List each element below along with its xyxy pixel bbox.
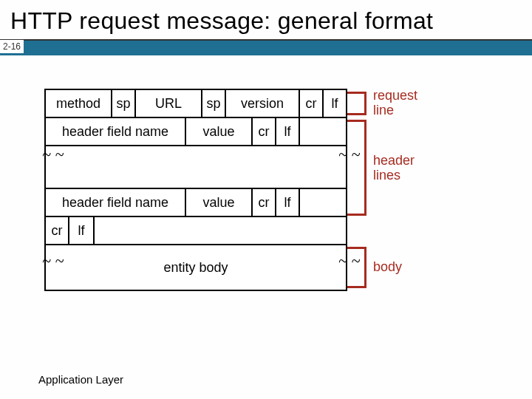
cell-url: URL [134, 89, 202, 118]
cell-blank-lf: lf [68, 216, 95, 245]
cell-sp2: sp [201, 89, 226, 118]
approx-right-icon: ~ ~ [338, 149, 360, 159]
cell-sp1: sp [111, 89, 136, 118]
cell-header1-value: value [185, 117, 253, 146]
page-title: HTTP request message: general format [0, 0, 532, 41]
cell-blank-cr: cr [44, 216, 69, 245]
approx-body-left-icon: ~ ~ [42, 256, 64, 265]
page-number-bar: 2-16 [0, 41, 532, 55]
cell-header1-pad [299, 117, 347, 146]
cell-header2-pad [299, 188, 347, 217]
gap-box [44, 145, 347, 189]
cell-version: version [225, 89, 300, 118]
approx-body-right-icon: ~ ~ [338, 256, 360, 265]
cell-cr: cr [299, 89, 324, 118]
cell-header1-name: header field name [44, 117, 186, 146]
cell-header2-cr: cr [251, 188, 276, 217]
cell-method: method [44, 89, 112, 118]
cell-entity-body: entity body [44, 244, 347, 291]
annot-body: body [373, 260, 402, 275]
cell-header1-cr: cr [251, 117, 276, 146]
http-format-diagram: method sp URL sp version cr lf header fi… [44, 89, 488, 332]
cell-lf: lf [322, 89, 347, 118]
page-number: 2-16 [0, 40, 24, 53]
cell-blank-pad [93, 216, 347, 245]
cell-header2-value: value [185, 188, 253, 217]
annot-header-lines: header lines [373, 154, 415, 183]
cell-header2-lf: lf [275, 188, 300, 217]
cell-header1-lf: lf [275, 117, 300, 146]
footer-label: Application Layer [38, 373, 123, 386]
annot-request-line: request line [373, 89, 417, 118]
approx-left-icon: ~ ~ [42, 149, 64, 159]
cell-header2-name: header field name [44, 188, 186, 217]
